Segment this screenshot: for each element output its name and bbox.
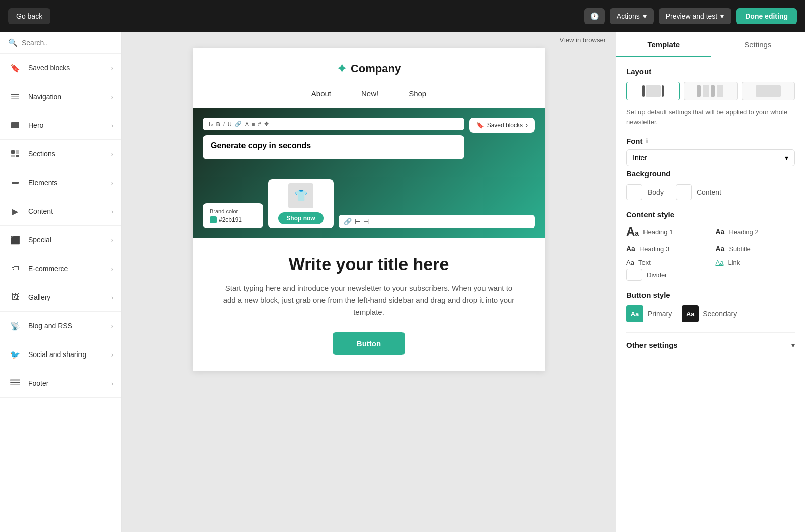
link-icon: 🔗 bbox=[344, 218, 352, 225]
nav-about[interactable]: About bbox=[311, 89, 331, 98]
sidebar-item-special[interactable]: ⬛ Special › bbox=[0, 226, 121, 254]
preview-button[interactable]: Preview and test ▾ bbox=[659, 8, 732, 24]
right-panel-tabs: Template Settings bbox=[616, 32, 805, 57]
go-back-button[interactable]: Go back bbox=[8, 8, 50, 24]
sidebar-item-sections[interactable]: Sections › bbox=[0, 140, 121, 168]
done-editing-button[interactable]: Done editing bbox=[736, 8, 797, 24]
history-icon: 🕐 bbox=[590, 12, 599, 20]
sidebar-label-saved-blocks: Saved blocks bbox=[28, 64, 70, 72]
sidebar-label-elements: Elements bbox=[28, 179, 57, 187]
layout-option-wide[interactable] bbox=[742, 82, 795, 100]
chevron-right-icon: › bbox=[111, 380, 113, 387]
subtitle-label: Subtitle bbox=[729, 245, 750, 253]
bg-content-label: Content bbox=[697, 188, 721, 196]
svg-rect-3 bbox=[11, 122, 19, 128]
bg-content-swatch[interactable] bbox=[676, 184, 692, 200]
sections-icon bbox=[8, 147, 22, 161]
svg-rect-10 bbox=[10, 379, 20, 381]
svg-rect-12 bbox=[10, 384, 20, 385]
layout-option-split[interactable] bbox=[684, 82, 737, 100]
nav-icon bbox=[8, 90, 22, 104]
background-label: Background bbox=[626, 169, 795, 178]
layout-option-full[interactable] bbox=[626, 82, 680, 100]
info-icon[interactable]: ℹ bbox=[646, 137, 648, 145]
layout-options bbox=[626, 82, 795, 100]
heading3-aa: Aa bbox=[626, 245, 635, 253]
email-hero-image: Tₐ B I U 🔗 A ≡ # ✥ bbox=[193, 108, 545, 238]
email-body: Write your title here Start typing here … bbox=[193, 238, 545, 371]
nav-new[interactable]: New! bbox=[361, 89, 378, 98]
chevron-right-icon: › bbox=[111, 64, 113, 72]
email-title: Write your title here bbox=[223, 254, 515, 274]
canvas-topbar: View in browser bbox=[122, 32, 616, 48]
svg-rect-11 bbox=[10, 382, 20, 383]
sidebar-item-saved-blocks[interactable]: 🔖 Saved blocks › bbox=[0, 54, 121, 82]
email-cta-button[interactable]: Button bbox=[333, 332, 405, 355]
bg-body-option: Body bbox=[626, 184, 664, 200]
hero-saved-blocks: 🔖 Saved blocks › bbox=[469, 118, 535, 133]
chevron-down-icon: ▾ bbox=[643, 12, 647, 20]
right-panel: Template Settings Layout bbox=[616, 32, 805, 532]
heading2-aa: Aa bbox=[716, 228, 725, 236]
sidebar-item-ecommerce[interactable]: 🏷 E-commerce › bbox=[0, 254, 121, 283]
sidebar-item-blog-rss[interactable]: 📡 Blog and RSS › bbox=[0, 312, 121, 340]
divider-swatch[interactable] bbox=[626, 269, 642, 281]
align-right-icon: — bbox=[372, 218, 378, 225]
font-label: Font bbox=[626, 137, 642, 145]
sidebar-label-sections: Sections bbox=[28, 150, 55, 158]
heading1-label: Heading 1 bbox=[643, 228, 673, 236]
main-layout: 🔍 🔖 Saved blocks › Navigation › bbox=[0, 32, 805, 532]
svg-rect-4 bbox=[11, 150, 15, 154]
hero-brand-card: Brand color #2cb191 bbox=[203, 203, 263, 228]
email-nav: About New! Shop bbox=[193, 84, 545, 108]
other-settings-section[interactable]: Other settings ▾ bbox=[626, 332, 795, 349]
btn-secondary-swatch[interactable]: Aa bbox=[682, 305, 699, 322]
sidebar-label-special: Special bbox=[28, 236, 51, 244]
sidebar-item-social-sharing[interactable]: 🐦 Social and sharing › bbox=[0, 340, 121, 369]
shop-now-button[interactable]: Shop now bbox=[278, 212, 323, 224]
sidebar-item-footer[interactable]: Footer › bbox=[0, 369, 121, 398]
btn-secondary-label: Secondary bbox=[703, 310, 737, 318]
sidebar-item-content[interactable]: ▶ Content › bbox=[0, 197, 121, 226]
sidebar-item-hero[interactable]: Hero › bbox=[0, 111, 121, 140]
nav-shop[interactable]: Shop bbox=[409, 89, 426, 98]
link-aa: Aa bbox=[716, 259, 724, 267]
style-heading3: Aa Heading 3 bbox=[626, 245, 706, 253]
company-name: Company bbox=[351, 62, 401, 75]
hero-toolbar: Tₐ B I U 🔗 A ≡ # ✥ bbox=[203, 118, 464, 130]
topbar: Go back 🕐 Actions ▾ Preview and test ▾ D… bbox=[0, 0, 805, 32]
actions-button[interactable]: Actions ▾ bbox=[610, 8, 654, 24]
style-subtitle: Aa Subtitle bbox=[716, 245, 795, 253]
sidebar-label-footer: Footer bbox=[28, 379, 48, 387]
email-canvas: ✦ Company About New! Shop Tₐ B bbox=[193, 48, 545, 371]
topbar-left: Go back bbox=[8, 8, 50, 24]
svg-rect-1 bbox=[11, 96, 19, 97]
history-button[interactable]: 🕐 bbox=[584, 8, 605, 24]
tab-settings[interactable]: Settings bbox=[711, 32, 806, 57]
tab-template[interactable]: Template bbox=[616, 32, 711, 57]
view-in-browser-link[interactable]: View in browser bbox=[559, 36, 606, 44]
search-icon: 🔍 bbox=[8, 38, 18, 47]
topbar-right: 🕐 Actions ▾ Preview and test ▾ Done edit… bbox=[584, 8, 797, 24]
gallery-icon: 🖼 bbox=[8, 290, 22, 304]
heading1-aa: Aa bbox=[626, 225, 639, 239]
divider-label: Divider bbox=[647, 271, 667, 279]
bg-body-swatch[interactable] bbox=[626, 184, 642, 200]
search-input[interactable] bbox=[22, 39, 113, 47]
btn-primary-swatch[interactable]: Aa bbox=[626, 305, 643, 322]
chevron-down-icon: ▾ bbox=[785, 154, 788, 162]
font-select[interactable]: Inter ▾ bbox=[626, 149, 795, 166]
font-value: Inter bbox=[633, 154, 647, 162]
divider-style-item: Divider bbox=[626, 269, 795, 281]
special-icon: ⬛ bbox=[8, 233, 22, 247]
text-label: Text bbox=[638, 259, 651, 267]
chevron-right-icon: › bbox=[111, 351, 113, 359]
sidebar-item-elements[interactable]: T Elements › bbox=[0, 168, 121, 197]
ecommerce-icon: 🏷 bbox=[8, 261, 22, 276]
other-settings-label: Other settings bbox=[626, 341, 678, 349]
sidebar-item-navigation[interactable]: Navigation › bbox=[0, 82, 121, 111]
hero-icon bbox=[8, 118, 22, 132]
actions-label: Actions bbox=[617, 12, 640, 20]
link-label: Link bbox=[728, 259, 740, 267]
sidebar-item-gallery[interactable]: 🖼 Gallery › bbox=[0, 283, 121, 312]
